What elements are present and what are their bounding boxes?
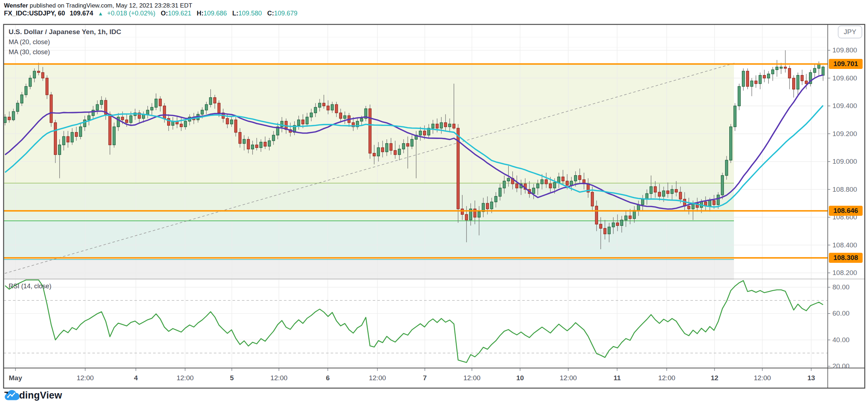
candle-up bbox=[608, 227, 610, 234]
price-tick-label: 108.400 bbox=[832, 241, 857, 249]
candle-up bbox=[71, 132, 73, 142]
candle-up bbox=[298, 120, 300, 126]
candle-up bbox=[17, 103, 19, 111]
candle-up bbox=[151, 107, 153, 110]
candle-down bbox=[658, 192, 661, 196]
candle-down bbox=[239, 132, 241, 144]
candle-down bbox=[436, 124, 438, 128]
time-tick-label: 12:00 bbox=[270, 374, 288, 382]
candle-up bbox=[620, 220, 623, 226]
candle-down bbox=[37, 71, 40, 73]
candle-down bbox=[801, 75, 803, 81]
candle-up bbox=[717, 195, 720, 205]
time-tick-label: 12:00 bbox=[754, 374, 771, 382]
candle-up bbox=[268, 141, 271, 146]
candle-down bbox=[50, 95, 52, 123]
candle-up bbox=[541, 180, 543, 184]
time-tick-label: 12:00 bbox=[658, 374, 675, 382]
candle-up bbox=[272, 135, 275, 141]
candle-up bbox=[759, 75, 761, 84]
tradingview-cloud-icon bbox=[4, 390, 19, 401]
candle-up bbox=[411, 139, 413, 146]
candle-up bbox=[79, 127, 82, 136]
candle-up bbox=[495, 196, 497, 202]
candle-up bbox=[209, 98, 212, 104]
candle-up bbox=[625, 216, 627, 220]
candle-up bbox=[29, 78, 32, 87]
candle-down bbox=[579, 176, 581, 180]
candle-up bbox=[281, 121, 283, 127]
rsi-tick-label: 20.00 bbox=[832, 362, 850, 370]
candle-up bbox=[570, 181, 573, 185]
candle-down bbox=[75, 132, 78, 137]
candle-down bbox=[755, 81, 757, 84]
candle-down bbox=[46, 78, 48, 95]
candle-up bbox=[776, 67, 778, 70]
candle-down bbox=[302, 120, 304, 124]
candle-down bbox=[688, 206, 690, 209]
candle-up bbox=[449, 124, 451, 127]
chart-canvas[interactable] bbox=[0, 0, 868, 405]
candle-up bbox=[554, 182, 556, 188]
candle-down bbox=[125, 120, 128, 123]
time-tick-label: 12 bbox=[711, 374, 718, 382]
candle-up bbox=[117, 117, 120, 127]
candle-up bbox=[574, 176, 577, 181]
candle-up bbox=[146, 110, 149, 115]
candle-down bbox=[604, 228, 606, 234]
candle-up bbox=[721, 176, 724, 195]
candle-up bbox=[4, 117, 6, 123]
candle-down bbox=[369, 109, 371, 153]
candle-down bbox=[213, 98, 216, 103]
candle-down bbox=[549, 184, 552, 188]
time-tick-label: 12:00 bbox=[560, 374, 577, 382]
candle-down bbox=[486, 203, 489, 209]
price-tick-label: 109.600 bbox=[832, 74, 857, 82]
candle-down bbox=[264, 142, 266, 146]
candle-down bbox=[675, 190, 678, 192]
candle-up bbox=[813, 68, 816, 73]
background-zone bbox=[4, 221, 734, 258]
candle-up bbox=[734, 106, 736, 127]
price-tick-label: 108.200 bbox=[832, 269, 857, 277]
candle-up bbox=[96, 104, 98, 110]
rsi-line bbox=[5, 280, 823, 363]
candle-down bbox=[226, 118, 229, 124]
candle-up bbox=[612, 223, 615, 227]
candle-up bbox=[796, 75, 799, 89]
candle-up bbox=[738, 87, 740, 106]
time-tick-label: 12:00 bbox=[369, 374, 386, 382]
candle-down bbox=[805, 81, 808, 84]
candle-up bbox=[113, 127, 115, 145]
candle-up bbox=[780, 67, 782, 69]
candle-down bbox=[335, 104, 338, 113]
candle-up bbox=[386, 144, 388, 152]
candle-down bbox=[407, 144, 409, 146]
candle-down bbox=[746, 71, 749, 87]
price-tick-label: 109.200 bbox=[832, 130, 857, 138]
candle-down bbox=[629, 216, 632, 219]
candle-down bbox=[465, 214, 468, 220]
candle-up bbox=[557, 177, 560, 183]
candle-down bbox=[109, 114, 111, 145]
time-tick-label: 5 bbox=[230, 374, 234, 382]
candle-up bbox=[818, 64, 820, 69]
candle-up bbox=[310, 113, 313, 117]
time-tick-label: 10 bbox=[516, 374, 524, 382]
rsi-tick-label: 80.00 bbox=[832, 283, 850, 291]
time-tick-label: 4 bbox=[134, 374, 138, 382]
candle-down bbox=[42, 73, 44, 78]
candle-up bbox=[155, 99, 157, 107]
candle-up bbox=[314, 107, 317, 113]
candle-down bbox=[616, 223, 619, 226]
candle-up bbox=[20, 95, 23, 103]
chart-title-legend: U.S. Dollar / Japanese Yen, 1h, IDC bbox=[9, 28, 121, 36]
candle-up bbox=[205, 104, 208, 110]
candle-down bbox=[788, 68, 791, 78]
candle-up bbox=[243, 139, 245, 144]
candle-up bbox=[33, 71, 36, 78]
tradingview-logo[interactable]: TradingView bbox=[4, 390, 62, 401]
price-level-label: 108.646 bbox=[829, 206, 863, 216]
candle-up bbox=[100, 101, 103, 105]
price-tick-label: 109.400 bbox=[832, 102, 857, 110]
